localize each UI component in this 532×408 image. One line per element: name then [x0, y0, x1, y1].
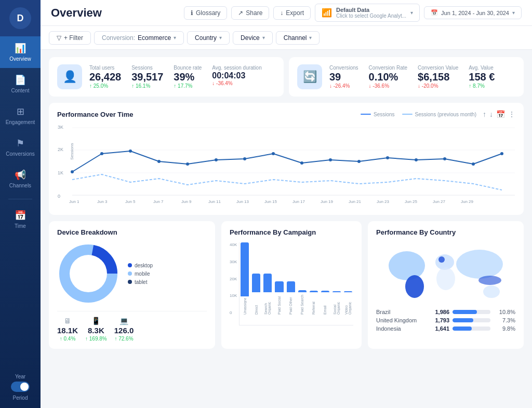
bar	[332, 291, 341, 292]
user-stats-icon: 👤	[57, 64, 82, 89]
sidebar-item-channels[interactable]: 📢 Channels	[0, 163, 41, 195]
bottom-grid: Device Breakdown desktop	[49, 221, 524, 349]
share-button[interactable]: ↗ Share	[231, 6, 269, 20]
svg-point-11	[157, 160, 161, 163]
svg-text:Jun 11: Jun 11	[208, 199, 221, 204]
data-source-selector[interactable]: 📶 Default Data Click to select Google An…	[315, 4, 420, 22]
svg-point-44	[389, 251, 425, 280]
add-filter-button[interactable]: ▽ + Filter	[49, 31, 91, 45]
svg-point-21	[443, 157, 446, 160]
country-filter[interactable]: Country ▾	[187, 31, 230, 45]
prev-sessions-legend-line	[402, 114, 413, 115]
performance-chart-title: Performance Over Time	[57, 111, 133, 118]
date-range-picker[interactable]: 📅 Jun 1, 2024 - Jun 30, 2024 ▾	[424, 6, 522, 19]
avg-value-change: ↑ 8.7%	[469, 83, 495, 89]
svg-point-8	[71, 170, 74, 173]
svg-point-48	[456, 250, 503, 279]
tablet-icon: 💻	[119, 317, 128, 325]
bar	[298, 290, 307, 292]
campaign-chart-area: 40K 30K 20K 10K 0 UnassignedDirectOrgani…	[230, 242, 353, 325]
svg-text:Jun 9: Jun 9	[181, 199, 192, 204]
device-filter[interactable]: Device ▾	[233, 31, 273, 45]
chevron-down-icon: ▾	[410, 10, 413, 16]
sidebar-nav: 📊 Overview 📄 Content ⊞ Engagement ⚑ Conv…	[0, 36, 41, 374]
bounce-rate-change: ↑ 17.7%	[174, 83, 202, 89]
bar-group: Organic Social	[331, 242, 342, 325]
svg-point-23	[500, 152, 503, 155]
bar-group: Organic Search	[262, 242, 273, 325]
sidebar-label-overview: Overview	[9, 56, 31, 62]
country-bar-bg	[453, 318, 490, 322]
conversions-value: 39	[329, 71, 358, 83]
chart-calendar-button[interactable]: 📅	[496, 110, 505, 118]
y-label-0: 0	[230, 310, 237, 315]
sidebar-item-time[interactable]: 📅 Time	[0, 203, 41, 235]
export-button[interactable]: ↓ Export	[273, 6, 311, 20]
bar-group: Referral	[309, 242, 319, 325]
sidebar-item-overview[interactable]: 📊 Overview	[0, 36, 41, 68]
avg-session-change: ↓ -36.4%	[212, 80, 261, 86]
date-range-label: Jun 1, 2024 - Jun 30, 2024	[441, 10, 509, 16]
user-stats-card: 👤 Total users 26,428 ↑ 25.0% Sessions 39…	[49, 57, 284, 97]
donut-container: desktop mobile tablet	[57, 242, 207, 305]
info-icon: ℹ	[191, 9, 193, 17]
share-icon: ↗	[238, 9, 243, 17]
y-label-40k: 40K	[230, 242, 237, 247]
sessions-change: ↑ 16.1%	[131, 83, 163, 89]
content-area: 👤 Total users 26,428 ↑ 25.0% Sessions 39…	[41, 50, 532, 408]
desktop-val: 18.1K	[57, 326, 78, 335]
country-name: Brazil	[376, 309, 428, 315]
sidebar-bottom: Year Period	[0, 374, 41, 408]
device-chevron-icon: ▾	[262, 35, 265, 40]
svg-point-15	[272, 152, 275, 155]
bar	[263, 274, 272, 292]
overview-icon: 📊	[15, 43, 26, 54]
country-bar-fill	[453, 318, 473, 322]
desktop-legend-dot	[128, 263, 132, 267]
svg-text:Jun 15: Jun 15	[264, 199, 277, 204]
svg-point-9	[100, 152, 103, 155]
filter-bar: ▽ + Filter Conversion: Ecommerce ▾ Count…	[41, 26, 532, 50]
mobile-icon: 📱	[91, 317, 100, 325]
conversion-value-change: ↓ -20.0%	[418, 83, 458, 89]
avg-value-value: 158 €	[469, 71, 495, 83]
desktop-stat: 🖥 18.1K ↑ 0.4%	[57, 317, 78, 342]
channel-chevron-icon: ▾	[309, 35, 312, 40]
svg-point-19	[386, 156, 389, 159]
mobile-legend-dot	[128, 271, 132, 276]
bar-label: Paid Search	[300, 294, 304, 315]
conversion-value-value: $6,158	[418, 71, 458, 83]
conversion-filter[interactable]: Conversion: Ecommerce ▾	[94, 31, 184, 45]
conversion-metrics: Conversions 39 ↓ -26.4% Conversion Rate …	[329, 65, 495, 89]
svg-point-14	[243, 157, 246, 160]
svg-text:Jun 1: Jun 1	[69, 199, 79, 204]
country-bar-fill	[453, 310, 477, 314]
chart-download-button[interactable]: ↓	[489, 110, 493, 118]
sidebar-label-content: Content	[11, 88, 29, 93]
chart-bar-icon: 📶	[322, 8, 332, 18]
sidebar-item-conversions[interactable]: ⚑ Conversions	[0, 131, 41, 163]
channel-filter[interactable]: Channel ▾	[276, 31, 320, 45]
avg-value-stat: Avg. Value 158 € ↑ 8.7%	[469, 65, 495, 89]
stats-row: 👤 Total users 26,428 ↑ 25.0% Sessions 39…	[49, 57, 524, 97]
export-icon: ↓	[280, 9, 283, 17]
total-users-change: ↑ 25.0%	[89, 83, 121, 89]
conversion-stats-card: 🔄 Conversions 39 ↓ -26.4% Conversion Rat…	[289, 57, 524, 97]
sessions-label: Sessions	[131, 65, 163, 71]
engagement-icon: ⊞	[17, 106, 24, 117]
conversions-icon: ⚑	[16, 138, 24, 149]
sidebar-item-content[interactable]: 📄 Content	[0, 68, 41, 100]
conversion-filter-label: Conversion:	[102, 34, 135, 42]
total-users-value: 26,428	[89, 71, 121, 83]
bar	[241, 242, 249, 296]
country-bar-fill	[453, 327, 472, 331]
svg-point-45	[405, 275, 424, 298]
chart-upload-button[interactable]: ↑	[483, 110, 486, 118]
year-toggle[interactable]	[11, 382, 30, 392]
chart-more-button[interactable]: ⋮	[508, 110, 515, 118]
svg-point-13	[215, 158, 218, 161]
country-item: United Kingdom 1,793 7.3%	[376, 317, 515, 323]
device-filter-label: Device	[241, 34, 260, 42]
sidebar-item-engagement[interactable]: ⊞ Engagement	[0, 100, 41, 131]
glossary-button[interactable]: ℹ Glossary	[184, 6, 227, 20]
